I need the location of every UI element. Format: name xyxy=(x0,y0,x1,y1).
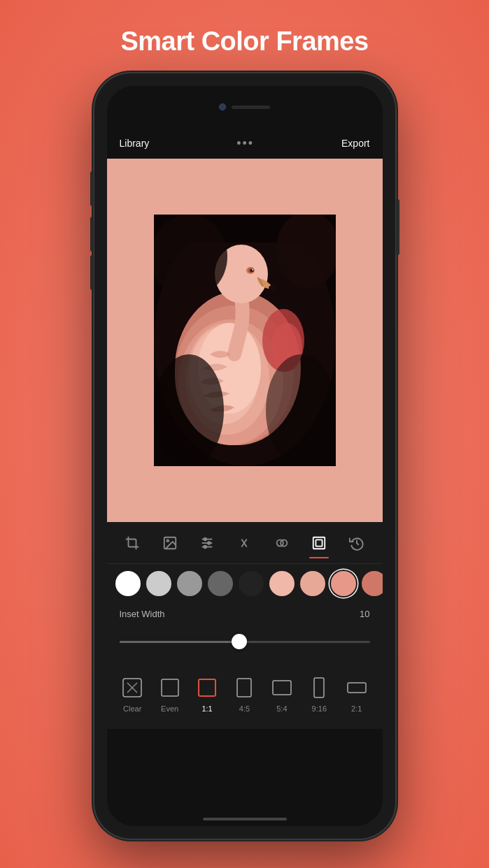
swatch-salmon[interactable] xyxy=(331,571,356,596)
clear-icon xyxy=(120,675,145,700)
swatch-lightgray[interactable] xyxy=(146,571,171,596)
export-button[interactable]: Export xyxy=(341,138,369,149)
aspect-clear-button[interactable]: Clear xyxy=(120,675,145,713)
camera-dot xyxy=(219,103,226,110)
swatch-medgray[interactable] xyxy=(177,571,202,596)
ratio-9-16-label: 9:16 xyxy=(312,704,327,713)
adjust-tool-button[interactable] xyxy=(193,529,221,557)
aspect-1-1-button[interactable]: 1:1 xyxy=(194,675,220,713)
svg-point-26 xyxy=(204,537,206,540)
overlay-tool-button[interactable] xyxy=(268,529,296,557)
inset-label-row: Inset Width 10 xyxy=(107,603,383,624)
aspect-2-1-button[interactable]: 2:1 xyxy=(344,675,369,713)
svg-point-22 xyxy=(166,540,169,542)
swatch-white[interactable] xyxy=(115,571,141,596)
swatch-pink1[interactable] xyxy=(269,571,295,596)
svg-point-19 xyxy=(154,215,227,298)
color-swatches-row xyxy=(107,564,383,603)
swatch-darkgray[interactable] xyxy=(208,571,233,596)
flamingo-image xyxy=(154,215,336,466)
aspect-5-4-button[interactable]: 5:4 xyxy=(269,675,295,713)
phone-shell: Library ••• Export xyxy=(94,73,395,839)
ratio-9-16-icon xyxy=(306,675,332,700)
toolbar xyxy=(107,522,383,564)
svg-rect-38 xyxy=(162,679,178,696)
ratio-5-4-icon xyxy=(269,675,295,700)
slider-fill xyxy=(120,641,240,643)
svg-point-12 xyxy=(252,269,253,270)
ratio-1-1-label: 1:1 xyxy=(201,704,212,713)
phone-screen: Library ••• Export xyxy=(107,86,383,826)
crop-tool-button[interactable] xyxy=(118,529,146,557)
svg-point-27 xyxy=(208,542,211,544)
swatch-black[interactable] xyxy=(239,571,264,596)
history-tool-button[interactable] xyxy=(343,529,371,557)
svg-rect-33 xyxy=(313,537,325,549)
svg-rect-39 xyxy=(199,679,215,696)
photo-frame xyxy=(154,215,336,466)
library-button[interactable]: Library xyxy=(120,138,150,149)
svg-rect-34 xyxy=(316,540,323,546)
notch-bar xyxy=(107,86,383,128)
slider-thumb[interactable] xyxy=(232,634,247,649)
ratio-5-4-label: 5:4 xyxy=(276,704,287,713)
ratio-2-1-icon xyxy=(344,675,369,700)
speaker-bar xyxy=(232,106,270,109)
inset-width-label: Inset Width xyxy=(120,609,165,619)
image-tool-button[interactable] xyxy=(156,529,184,557)
aspect-even-button[interactable]: Even xyxy=(157,675,183,713)
ratio-4-5-icon xyxy=(232,675,257,700)
even-label: Even xyxy=(161,704,178,713)
frame-tool-button[interactable] xyxy=(305,529,333,557)
swatch-coral1[interactable] xyxy=(362,571,383,596)
ratio-2-1-label: 2:1 xyxy=(351,704,362,713)
svg-point-16 xyxy=(154,354,224,466)
more-options-button[interactable]: ••• xyxy=(236,136,254,151)
svg-point-13 xyxy=(269,285,276,291)
aspect-ratio-row: Clear Even 1:1 xyxy=(107,659,383,729)
svg-rect-43 xyxy=(348,683,366,693)
svg-rect-42 xyxy=(314,678,324,697)
even-icon xyxy=(157,675,183,700)
notch xyxy=(199,99,290,115)
home-indicator xyxy=(203,818,287,820)
svg-point-17 xyxy=(266,354,336,466)
svg-rect-40 xyxy=(237,679,251,697)
aspect-4-5-button[interactable]: 4:5 xyxy=(232,675,257,713)
inset-slider-row xyxy=(107,624,383,659)
svg-point-28 xyxy=(204,545,206,548)
swatch-pink2[interactable] xyxy=(300,571,325,596)
inset-width-value: 10 xyxy=(360,609,369,619)
ratio-4-5-label: 4:5 xyxy=(239,704,250,713)
svg-rect-41 xyxy=(273,681,291,695)
inset-slider-track[interactable] xyxy=(120,641,370,643)
page-title: Smart Color Frames xyxy=(0,27,489,57)
top-bar: Library ••• Export xyxy=(107,128,383,159)
clear-label: Clear xyxy=(123,704,141,713)
image-canvas xyxy=(107,159,383,522)
aspect-9-16-button[interactable]: 9:16 xyxy=(306,675,332,713)
filter-tool-button[interactable] xyxy=(230,529,258,557)
ratio-1-1-icon xyxy=(194,675,220,700)
